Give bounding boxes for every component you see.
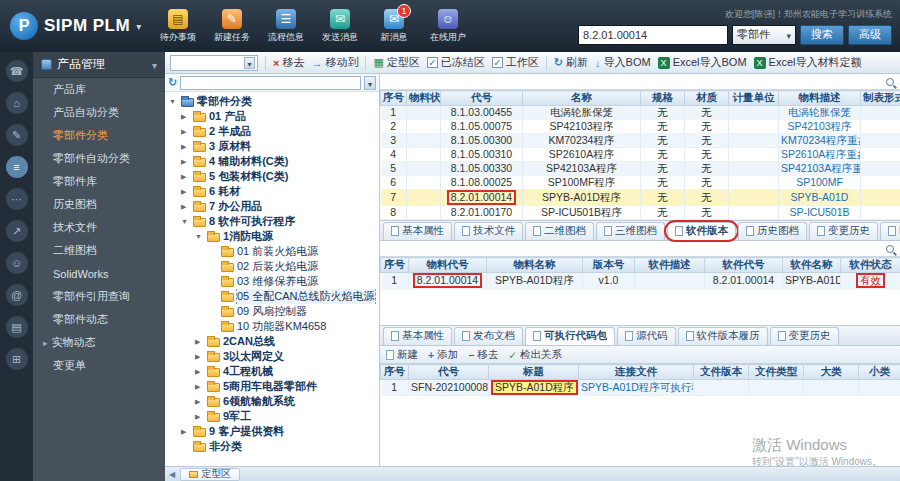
new-button[interactable]: 新建 [386, 348, 418, 362]
part-desc-link[interactable]: KM70234程序重盘 [781, 134, 861, 146]
tree-node[interactable]: ▶ 6 耗材 [165, 184, 379, 199]
tree-node[interactable]: ▼ 零部件分类 [165, 94, 379, 109]
column-header[interactable]: 文件类型 [749, 365, 804, 380]
part-code[interactable]: 8.2.01.00014 [447, 190, 516, 205]
table-row[interactable]: 1 SFN-202100008 SPYB-A01D程序 SPYB-A01D程序可… [381, 380, 900, 396]
tree-node[interactable]: ▶ 3以太网定义 [165, 349, 379, 364]
column-header[interactable]: 物料状态 [407, 91, 441, 106]
tree-node[interactable]: 03 维修保养电源 [165, 274, 379, 289]
sidebar-menu-item[interactable]: 零部件动态 [33, 308, 165, 331]
part-desc-link[interactable]: SP100MF [796, 176, 843, 188]
document-library-icon[interactable]: ▤ [6, 316, 28, 338]
sidebar-menu-item[interactable]: 历史图档 [33, 193, 165, 216]
support-phone-icon[interactable]: ☎ [6, 60, 28, 82]
excel-import-bom-button[interactable]: Excel导入BOM [658, 55, 747, 70]
tree-node[interactable]: ▼ 1消防电源 [165, 229, 379, 244]
column-header[interactable]: 序号 [381, 91, 407, 106]
move-to-button[interactable]: 移动到 [311, 55, 358, 70]
chevron-left-icon[interactable] [169, 470, 175, 479]
tree-node[interactable]: 非分类 [165, 439, 379, 454]
part-code[interactable]: 8.1.05.00310 [451, 148, 512, 160]
table-row[interactable]: 1 8.2.01.00014 SPYB-A01D程序 v1.0 8.2.01.0… [381, 273, 900, 289]
column-header[interactable]: 物料描述 [779, 91, 861, 106]
search-type-select[interactable]: 零部件 [732, 25, 796, 45]
work-zone-checkbox[interactable]: 工作区 [492, 55, 539, 70]
expand-arrow-icon[interactable]: ▼ [169, 98, 178, 105]
frozen-zone-checkbox[interactable]: 已冻结区 [427, 55, 485, 70]
mention-icon[interactable]: @ [6, 284, 28, 306]
search-button[interactable]: 搜索 [800, 25, 844, 45]
tree-node[interactable]: ▶ 4 辅助材料(C类) [165, 154, 379, 169]
remove-file-button[interactable]: 移去 [468, 348, 498, 362]
loading-icon[interactable]: ⋯ [6, 188, 28, 210]
refresh-icon[interactable] [168, 76, 177, 89]
refresh-button[interactable]: 刷新 [554, 55, 588, 70]
column-header[interactable]: 软件代号 [705, 258, 783, 273]
sidebar-menu-item[interactable]: 产品库 [33, 78, 165, 101]
sidebar-menu-item[interactable]: 零部件引用查询 [33, 285, 165, 308]
part-code[interactable]: 8.2.01.00170 [451, 206, 512, 218]
column-header[interactable]: 软件名称 [783, 258, 841, 273]
search-icon[interactable] [886, 245, 894, 253]
table-row[interactable]: 3 8.1.05.00300 KM70234程序 无 无 KM70234程序重盘 [381, 134, 900, 148]
expand-arrow-icon[interactable]: ▶ [195, 368, 204, 376]
tree-node[interactable]: 05 全配CAN总线防火焰电源 [165, 289, 379, 304]
tree-node[interactable]: ▶ 9军工 [165, 409, 379, 424]
part-code[interactable]: 8.1.05.00330 [451, 162, 512, 174]
expand-arrow-icon[interactable]: ▼ [181, 218, 190, 225]
sidebar-menu-item[interactable]: 实物动态 [33, 331, 165, 354]
column-header[interactable]: 计量单位 [729, 91, 779, 106]
tab[interactable]: 基本属性 [383, 222, 452, 240]
column-header[interactable]: 代号 [409, 365, 489, 380]
online-users-icon[interactable]: ☺ 在线用户 [422, 9, 474, 44]
checkout-relation-button[interactable]: 检出关系 [508, 348, 562, 362]
tree-node[interactable]: ▼ 8 软件可执行程序 [165, 214, 379, 229]
excel-import-quota-button[interactable]: Excel导入材料定额 [754, 55, 862, 70]
search-input[interactable] [578, 25, 728, 45]
tree-node[interactable]: ▶ 4工程机械 [165, 364, 379, 379]
search-icon[interactable] [886, 78, 894, 86]
expand-arrow-icon[interactable]: ▶ [181, 173, 190, 181]
tab[interactable]: 软件版本 [667, 222, 736, 240]
finalize-zone-button[interactable]: 定型区 [373, 55, 419, 70]
sidebar-menu-item[interactable]: 技术文件 [33, 216, 165, 239]
tab[interactable]: 软件版本履历 [678, 327, 768, 345]
new-task-icon[interactable]: ✎ 新建任务 [206, 9, 258, 44]
column-header[interactable]: 材质 [685, 91, 729, 106]
todo-icon[interactable]: ▤ 待办事项 [152, 9, 204, 44]
tab[interactable]: 可执行代码包 [525, 327, 615, 345]
column-header[interactable]: 软件状态 [841, 258, 900, 273]
expand-arrow-icon[interactable]: ▶ [181, 428, 190, 436]
sidebar-header-product-management[interactable]: 产品管理 [33, 52, 165, 78]
column-header[interactable]: 物料名称 [487, 258, 583, 273]
column-header[interactable]: 名称 [523, 91, 641, 106]
column-header[interactable]: 规格 [641, 91, 685, 106]
tab[interactable]: 技术文件 [454, 222, 523, 240]
part-code[interactable]: 8.1.03.00455 [451, 106, 512, 118]
table-row[interactable]: 4 8.1.05.00310 SP2610A程序 无 无 SP2610A程序重盘 [381, 148, 900, 162]
advanced-search-button[interactable]: 高级 [848, 25, 892, 45]
column-header[interactable]: 大类 [804, 365, 859, 380]
part-desc-link[interactable]: SP42103A程序重盘 [781, 162, 861, 174]
sidebar-menu-item[interactable]: 变更单 [33, 354, 165, 377]
home-icon[interactable]: ⌂ [6, 92, 28, 114]
filter-combobox[interactable] [170, 55, 258, 71]
expand-arrow-icon[interactable]: ▶ [195, 353, 204, 361]
tree-node[interactable]: ▶ 7 办公用品 [165, 199, 379, 214]
tab[interactable]: 历史图档 [738, 222, 807, 240]
column-header[interactable]: 代号 [441, 91, 523, 106]
sidebar-menu-item[interactable]: 零部件分类 [33, 124, 165, 147]
column-header[interactable]: 序号 [381, 258, 409, 273]
tab[interactable]: 源代码 [617, 327, 676, 345]
part-desc-link[interactable]: SP2610A程序重盘 [781, 148, 861, 160]
column-header[interactable]: 软件描述 [635, 258, 705, 273]
tab[interactable]: 变更历史 [809, 222, 878, 240]
expand-arrow-icon[interactable]: ▶ [195, 398, 204, 406]
part-desc-link[interactable]: SP-ICU501B [789, 206, 849, 218]
tree-node[interactable]: ▶ 01 产品 [165, 109, 379, 124]
chevron-down-icon[interactable] [364, 76, 376, 90]
remove-button[interactable]: 移去 [273, 55, 304, 70]
part-desc-link[interactable]: SPYB-A01D [791, 191, 849, 203]
expand-arrow-icon[interactable]: ▶ [181, 128, 190, 136]
sidebar-menu-item[interactable]: 零部件自动分类 [33, 147, 165, 170]
